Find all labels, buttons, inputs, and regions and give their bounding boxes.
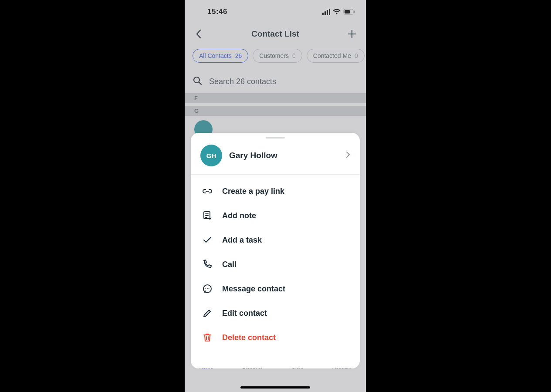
status-time: 15:46	[207, 7, 227, 16]
chevron-right-icon	[346, 151, 350, 160]
wifi-icon	[333, 9, 341, 15]
action-label: Message contact	[222, 284, 285, 294]
back-button[interactable]	[191, 26, 206, 42]
action-label: Delete contact	[222, 333, 276, 342]
svg-rect-2	[354, 11, 355, 13]
action-call[interactable]: Call	[191, 252, 360, 277]
action-add-task[interactable]: Add a task	[191, 228, 360, 252]
section-letter-f: F	[185, 93, 366, 103]
cellular-icon	[322, 9, 330, 15]
svg-point-3	[194, 77, 199, 83]
battery-icon	[343, 9, 355, 15]
action-label: Add a task	[222, 236, 262, 245]
check-icon	[202, 235, 213, 245]
trash-icon	[202, 332, 213, 343]
message-icon	[202, 284, 213, 294]
link-icon	[202, 186, 213, 196]
stage: 15:46 Contact List A	[0, 0, 551, 392]
avatar: GH	[200, 145, 222, 166]
action-label: Edit contact	[222, 309, 267, 318]
filter-count: 26	[235, 52, 242, 59]
search-row[interactable]	[185, 70, 366, 93]
search-icon	[193, 76, 202, 87]
plus-icon	[347, 29, 357, 39]
svg-point-8	[208, 288, 209, 289]
contact-name: Gary Hollow	[229, 151, 346, 160]
home-indicator[interactable]	[240, 386, 310, 389]
filter-count: 0	[292, 52, 296, 59]
action-label: Add note	[222, 211, 256, 220]
action-label: Call	[222, 260, 237, 269]
search-input[interactable]	[208, 77, 358, 87]
chevron-left-icon	[196, 29, 202, 39]
filter-customers[interactable]: Customers 0	[253, 49, 302, 63]
sheet-header[interactable]: GH Gary Hollow	[191, 140, 360, 175]
action-create-pay-link[interactable]: Create a pay link	[191, 179, 360, 203]
status-bar: 15:46	[185, 0, 366, 24]
nav-header: Contact List	[185, 24, 366, 44]
filter-label: Contacted Me	[313, 52, 351, 59]
pencil-icon	[202, 308, 213, 318]
filter-label: Customers	[259, 52, 289, 59]
action-message-contact[interactable]: Message contact	[191, 277, 360, 301]
filter-all-contacts[interactable]: All Contacts 26	[193, 49, 248, 63]
add-contact-button[interactable]	[344, 26, 360, 42]
sheet-actions: Create a pay link Add note Add a task Ca…	[191, 175, 360, 352]
section-letter-g: G	[185, 106, 366, 116]
page-title: Contact List	[251, 29, 299, 39]
filter-row: All Contacts 26 Customers 0 Contacted Me…	[185, 44, 366, 70]
svg-point-6	[205, 288, 206, 289]
avatar-initials: GH	[206, 152, 216, 159]
filter-label: All Contacts	[199, 52, 232, 59]
filter-contacted-me[interactable]: Contacted Me 0	[307, 49, 365, 63]
action-label: Create a pay link	[222, 187, 284, 196]
svg-rect-1	[345, 10, 350, 14]
action-delete-contact[interactable]: Delete contact	[191, 325, 360, 350]
contact-actions-sheet: GH Gary Hollow Create a pay link Add not…	[191, 133, 360, 368]
svg-point-7	[207, 288, 208, 289]
sheet-grabber[interactable]	[266, 137, 285, 139]
phone-icon	[202, 259, 213, 270]
status-right	[322, 9, 355, 15]
note-add-icon	[202, 210, 213, 221]
action-edit-contact[interactable]: Edit contact	[191, 301, 360, 325]
filter-count: 0	[355, 52, 358, 59]
action-add-note[interactable]: Add note	[191, 203, 360, 228]
